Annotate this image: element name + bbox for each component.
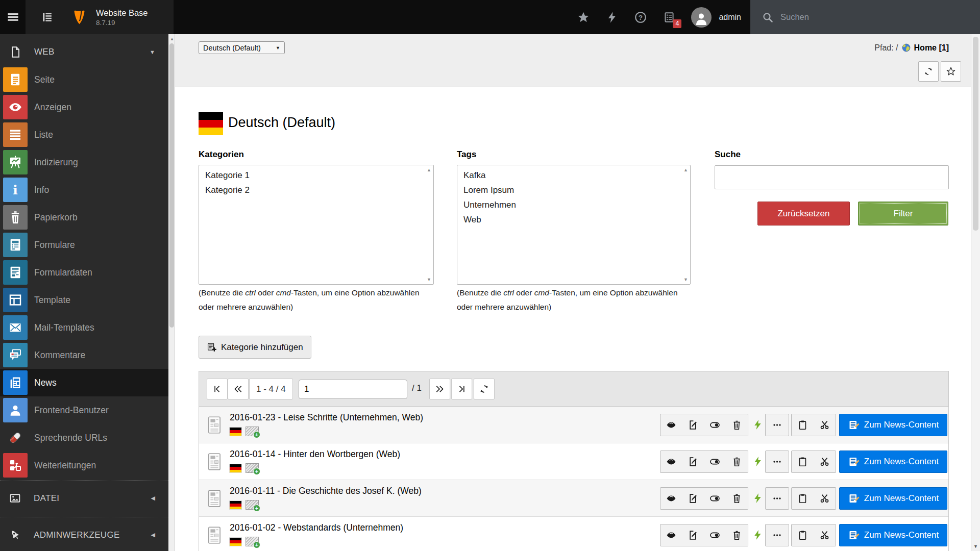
sidebar-item-liste[interactable]: Liste <box>0 121 168 148</box>
system-information-icon[interactable]: 4 <box>663 11 676 24</box>
bookmark-star-icon[interactable] <box>577 11 590 24</box>
delete-button[interactable] <box>726 524 748 546</box>
next-page-button[interactable] <box>429 379 450 399</box>
search-input[interactable] <box>780 12 944 22</box>
listbox-option[interactable]: Lorem Ipsum <box>457 183 690 197</box>
reload-button[interactable] <box>918 61 939 82</box>
page-scrollbar[interactable]: ▼ <box>971 34 980 551</box>
cut-button[interactable] <box>814 450 836 473</box>
paste-button[interactable] <box>791 414 814 436</box>
paste-button[interactable] <box>791 487 814 510</box>
sidebar-item-weiterleitungen[interactable]: Weiterleitungen <box>0 452 168 479</box>
toggle-visibility-button[interactable] <box>704 450 726 473</box>
search-field[interactable] <box>715 165 949 189</box>
add-category-button[interactable]: Kategorie hinzufügen <box>199 336 311 359</box>
sidebar-item-indizierung[interactable]: Indizierung <box>0 148 168 176</box>
avatar[interactable] <box>691 7 712 28</box>
news-record-title[interactable]: 2016-01-11 - Die Geschichte des Josef K.… <box>230 486 422 496</box>
zum-news-content-button[interactable]: Zum News-Content <box>839 450 947 473</box>
view-button[interactable] <box>660 414 682 436</box>
filter-button[interactable]: Filter <box>858 202 948 226</box>
user-icon <box>3 398 28 422</box>
sidebar-item-mail-templates[interactable]: Mail-Templates <box>0 314 168 341</box>
paste-button[interactable] <box>791 450 814 473</box>
sidebar-item-papierkorb[interactable]: Papierkorb <box>0 204 168 231</box>
more-options-button[interactable] <box>765 450 789 473</box>
sidebar-item-formulardaten[interactable]: Formulardaten <box>0 259 168 286</box>
username-label[interactable]: admin <box>719 13 741 22</box>
sidebar-item-sprechende-urls[interactable]: Sprechende URLs <box>0 424 168 452</box>
sidebar-item-frontend-benutzer[interactable]: Frontend-Benutzer <box>0 396 168 424</box>
listbox-option[interactable]: Web <box>457 212 690 227</box>
previous-page-button[interactable] <box>228 379 249 399</box>
categories-listbox[interactable]: Kategorie 1 Kategorie 2 ▲ ▼ <box>199 165 434 285</box>
refresh-list-button[interactable] <box>474 379 495 399</box>
clear-cache-bolt-icon[interactable] <box>605 11 619 24</box>
more-options-button[interactable] <box>765 414 789 436</box>
cut-button[interactable] <box>814 524 836 546</box>
translate-add-icon[interactable]: + <box>246 427 258 436</box>
sidebar-section-web[interactable]: WEB ▼ <box>0 38 168 66</box>
cut-button[interactable] <box>814 487 836 510</box>
view-button[interactable] <box>660 450 682 473</box>
delete-button[interactable] <box>726 414 748 436</box>
delete-button[interactable] <box>726 487 748 510</box>
toggle-visibility-button[interactable] <box>704 414 726 436</box>
sidebar-section-datei[interactable]: DATEI ◀ <box>0 480 168 516</box>
bolt-icon[interactable] <box>752 529 764 541</box>
sidebar-scrollbar[interactable]: ▲ <box>168 34 175 551</box>
listbox-option[interactable]: Unternehmen <box>457 197 690 212</box>
delete-button[interactable] <box>726 450 748 473</box>
scroll-up-arrow[interactable]: ▲ <box>170 37 174 41</box>
sidebar-item-news[interactable]: News <box>0 369 168 396</box>
sidebar-item-info[interactable]: i Info <box>0 176 168 204</box>
more-options-button[interactable] <box>765 487 789 510</box>
view-button[interactable] <box>660 487 682 510</box>
last-page-button[interactable] <box>451 379 472 399</box>
sidebar-section-adminwerkzeuge[interactable]: ADMINWERKZEUGE ◀ <box>0 517 168 551</box>
paste-button[interactable] <box>791 524 814 546</box>
listbox-option[interactable]: Kategorie 1 <box>199 168 433 183</box>
news-record-title[interactable]: 2016-01-23 - Leise Schritte (Unternehmen… <box>230 412 423 423</box>
pagetree-toggle-button[interactable] <box>41 11 54 23</box>
page-number-input[interactable] <box>299 380 407 399</box>
zum-news-content-button[interactable]: Zum News-Content <box>839 487 947 510</box>
scroll-down-arrow[interactable]: ▼ <box>973 544 978 549</box>
toggle-visibility-button[interactable] <box>704 487 726 510</box>
current-page-link[interactable]: Home [1] <box>914 43 949 53</box>
listbox-option[interactable]: Kategorie 2 <box>199 183 433 197</box>
bolt-icon[interactable] <box>752 419 764 431</box>
sidebar-item-anzeigen[interactable]: Anzeigen <box>0 93 168 121</box>
sidebar-item-kommentare[interactable]: Kommentare <box>0 341 168 369</box>
news-record-title[interactable]: 2016-01-14 - Hinter den Wortbergen (Web) <box>230 449 400 460</box>
zum-news-content-button[interactable]: Zum News-Content <box>839 414 947 436</box>
bookmark-button[interactable] <box>941 61 961 82</box>
edit-button[interactable] <box>682 450 704 473</box>
scrollbar-thumb[interactable] <box>169 43 174 328</box>
listbox-option[interactable]: Kafka <box>457 168 690 183</box>
sidebar-item-seite[interactable]: Seite <box>0 66 168 93</box>
bolt-icon[interactable] <box>752 492 764 504</box>
reset-button[interactable]: Zurücksetzen <box>757 202 850 226</box>
more-options-button[interactable] <box>765 524 789 546</box>
cut-button[interactable] <box>814 414 836 436</box>
sidebar-item-formulare[interactable]: Formulare <box>0 231 168 259</box>
sidebar-item-template[interactable]: Template <box>0 286 168 314</box>
tags-listbox[interactable]: Kafka Lorem Ipsum Unternehmen Web ▲ ▼ <box>457 165 691 285</box>
first-page-button[interactable] <box>207 379 228 399</box>
edit-button[interactable] <box>682 487 704 510</box>
toggle-visibility-button[interactable] <box>704 524 726 546</box>
help-icon[interactable]: ? <box>634 11 647 24</box>
view-button[interactable] <box>660 524 682 546</box>
translate-add-icon[interactable]: + <box>246 464 258 472</box>
translate-add-icon[interactable]: + <box>246 500 258 509</box>
language-select[interactable]: Deutsch (Default) ▼ <box>199 41 285 54</box>
scrollbar-thumb[interactable] <box>973 37 978 231</box>
edit-button[interactable] <box>682 524 704 546</box>
translate-add-icon[interactable]: + <box>246 537 258 546</box>
news-record-title[interactable]: 2016-01-02 - Webstandards (Unternehmen) <box>230 522 403 533</box>
zum-news-content-button[interactable]: Zum News-Content <box>839 524 947 546</box>
menu-toggle-button[interactable] <box>0 0 26 34</box>
edit-button[interactable] <box>682 414 704 436</box>
bolt-icon[interactable] <box>752 456 764 467</box>
